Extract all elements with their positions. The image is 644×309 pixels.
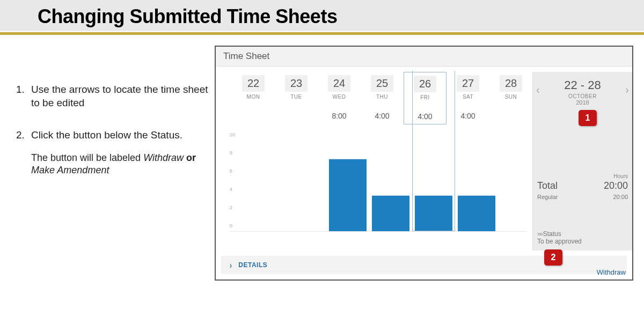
day-hours: [489, 112, 532, 120]
y-tick: 8: [230, 150, 232, 156]
day-number: 24: [328, 75, 350, 92]
day-hours: 4:00: [447, 112, 489, 120]
day-number: 25: [371, 75, 393, 92]
step-number: 2.: [16, 129, 31, 176]
status-label: Status: [537, 230, 628, 238]
callout-2: 2: [544, 249, 562, 266]
y-tick: 0: [230, 223, 232, 229]
step-number: 1.: [16, 83, 31, 109]
status-value: To be approved: [537, 238, 628, 245]
step-text: Use the arrows to locate the time sheet …: [31, 83, 215, 109]
details-toggle[interactable]: DETAILS: [221, 256, 627, 274]
day-abbr: MON: [232, 94, 275, 100]
day-abbr: SUN: [489, 94, 532, 100]
instructions: 1. Use the arrows to locate the time she…: [16, 46, 215, 196]
step-subtext: The button will be labeled Withdraw or M…: [31, 152, 215, 177]
day-hours: [232, 112, 275, 120]
day-abbr: TUE: [275, 94, 318, 100]
total-value: 20:00: [604, 180, 628, 192]
day-hours: 4:00: [404, 112, 446, 121]
day-column[interactable]: 27SAT4:00: [447, 72, 489, 124]
day-number: 22: [242, 75, 265, 92]
day-column[interactable]: 28SUN: [489, 72, 532, 124]
chart-bar: [329, 158, 367, 231]
day-number: 23: [285, 75, 308, 92]
status-block: Status To be approved: [537, 230, 628, 245]
day-abbr: WED: [318, 94, 361, 100]
hours-chart: 0246810: [230, 135, 527, 232]
day-column[interactable]: 25THU4:00: [361, 72, 404, 124]
totals: Hours Total 20:00 Regular 20:00: [537, 173, 628, 200]
day-number: 26: [414, 76, 436, 92]
slide-title: Changing Submitted Time Sheets: [38, 5, 644, 28]
day-column[interactable]: 22MON: [232, 72, 275, 124]
total-label: Total: [537, 180, 558, 192]
header-bar: Changing Submitted Time Sheets: [0, 0, 644, 31]
day-abbr: FRI: [404, 94, 446, 100]
callout-1: 1: [579, 110, 597, 126]
chart-bar: [458, 195, 495, 231]
prev-week-arrow[interactable]: ‹: [536, 84, 540, 96]
y-tick: 2: [230, 205, 232, 210]
day-hours: 4:00: [361, 112, 404, 120]
date-range-text: 22 - 28: [537, 78, 628, 92]
regular-label: Regular: [537, 194, 558, 200]
y-tick: 10: [230, 132, 235, 137]
chart-bar: [372, 195, 409, 231]
date-range-month: OCTOBER: [537, 93, 628, 99]
step-text: Click the button below the Status.: [31, 129, 215, 142]
day-number: 27: [457, 75, 479, 92]
day-column[interactable]: 24WED8:00: [318, 72, 361, 124]
chart-bar: [415, 195, 452, 231]
day-column[interactable]: 26FRI4:00: [404, 72, 447, 124]
day-column[interactable]: 23TUE: [275, 72, 318, 124]
days-header: 22MON23TUE24WED8:0025THU4:0026FRI4:0027S…: [221, 72, 532, 124]
date-range: ‹ 22 - 28 OCTOBER 2018 ›: [537, 76, 628, 109]
timesheet-app: Time Sheet 22MON23TUE24WED8:0025THU4:002…: [215, 46, 633, 281]
regular-value: 20:00: [613, 194, 628, 200]
hours-label: Hours: [537, 173, 628, 179]
y-tick: 6: [230, 168, 232, 174]
day-abbr: SAT: [447, 94, 489, 100]
y-tick: 4: [230, 187, 232, 192]
day-number: 28: [500, 75, 522, 92]
panel-title: Time Sheet: [216, 47, 632, 67]
day-hours: 8:00: [318, 112, 361, 120]
day-hours: [275, 112, 318, 120]
day-abbr: THU: [361, 94, 404, 100]
